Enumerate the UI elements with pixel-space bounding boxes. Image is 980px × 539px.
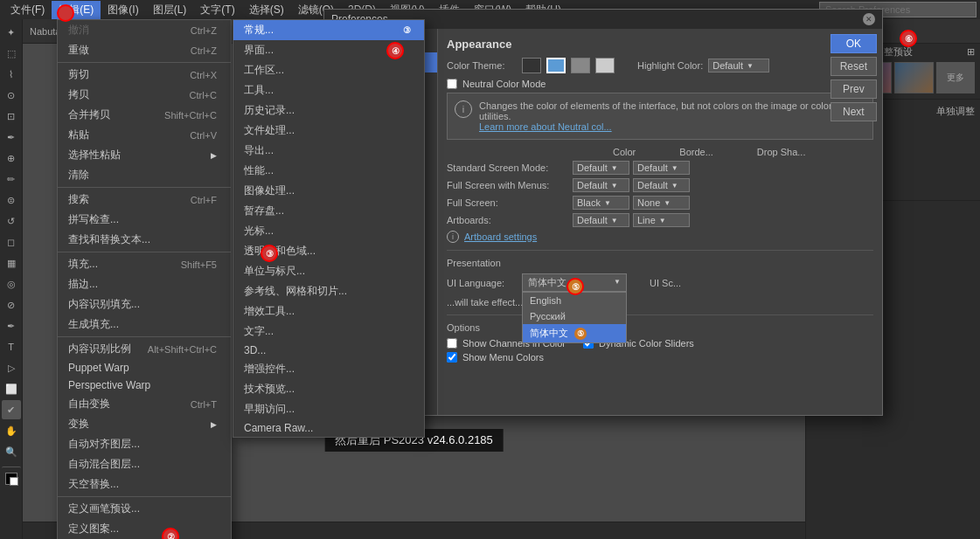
adj-grid-icon[interactable]: ⊞ <box>967 46 975 58</box>
menu-transform[interactable]: 变换 <box>58 414 231 434</box>
artboards-overlay[interactable]: Line <box>633 213 690 227</box>
prefs-image-processing[interactable]: 图像处理... <box>233 181 424 201</box>
shape-tool[interactable]: ⬜ <box>2 379 21 398</box>
menu-text[interactable]: 文字(T) <box>193 1 241 19</box>
theme-light[interactable] <box>595 58 615 73</box>
prefs-plugins[interactable]: 增效工具... <box>233 301 424 321</box>
prefs-transparency[interactable]: 透明度和色域... <box>233 241 424 261</box>
info-link[interactable]: Learn more about Neutral col... <box>479 121 865 132</box>
prefs-3d[interactable]: 3D... <box>233 342 424 359</box>
eraser-tool[interactable]: ◻ <box>2 232 21 252</box>
menu-auto-align[interactable]: 自动对齐图层... <box>58 434 231 454</box>
prefs-interface[interactable]: 界面... <box>233 40 424 60</box>
fg-color[interactable] <box>2 466 21 486</box>
menu-edit[interactable]: 编辑(E) <box>52 1 101 19</box>
menu-clear[interactable]: 清除 <box>58 165 231 185</box>
menu-find-replace[interactable]: 查找和替换文本... <box>58 230 231 250</box>
menu-layer[interactable]: 图层(L) <box>146 1 194 19</box>
prefs-file-handling[interactable]: 文件处理... <box>233 121 424 141</box>
prefs-early-access[interactable]: 早期访问... <box>233 399 424 419</box>
menu-content-aware-scale[interactable]: 内容识别比例Alt+Shift+Ctrl+C <box>58 339 231 359</box>
healing-tool[interactable]: ⊕ <box>2 149 21 168</box>
highlight-color-dropdown[interactable]: Default <box>708 59 769 73</box>
lang-option-chinese[interactable]: 简体中文 ⑤ <box>523 324 626 342</box>
fullscreen-menus-drop-shadow[interactable]: Default <box>633 178 690 192</box>
menu-file[interactable]: 文件(F) <box>3 1 52 19</box>
active-tool[interactable]: ✔ <box>2 400 21 419</box>
prefs-history[interactable]: 历史记录... <box>233 100 424 121</box>
menu-free-transform[interactable]: 自由变换Ctrl+T <box>58 394 231 414</box>
clone-tool[interactable]: ⊜ <box>2 190 21 210</box>
prefs-tools[interactable]: 工具... <box>233 80 424 100</box>
lasso-tool[interactable]: ⌇ <box>2 65 21 84</box>
theme-dark[interactable] <box>522 58 541 73</box>
ui-language-dropdown[interactable]: 简体中文 <box>522 273 627 292</box>
fullscreen-menus-dropdown[interactable]: Default <box>573 178 629 192</box>
prefs-workspace[interactable]: 工作区... <box>233 60 424 80</box>
fullscreen-overlay-dropdown[interactable]: None <box>633 196 690 210</box>
prefs-camera-raw[interactable]: Camera Raw... <box>233 419 424 437</box>
theme-gray[interactable] <box>571 58 590 73</box>
prefs-performance[interactable]: 性能... <box>233 161 424 181</box>
crop-tool[interactable]: ⊡ <box>2 107 21 126</box>
menu-cut[interactable]: 剪切Ctrl+X <box>58 65 231 85</box>
thumb-more[interactable]: 更多 <box>936 62 976 93</box>
fullscreen-dropdown[interactable]: Black <box>573 196 629 210</box>
dodge-tool[interactable]: ⊘ <box>2 295 21 314</box>
menu-generative-fill[interactable]: 生成填充... <box>58 314 231 335</box>
menu-stroke[interactable]: 描边... <box>58 274 231 294</box>
menu-sky-replace[interactable]: 天空替换... <box>58 474 231 494</box>
menu-paste-special[interactable]: 选择性粘贴 <box>58 145 231 165</box>
menu-select[interactable]: 选择(S) <box>242 1 291 19</box>
move-tool[interactable]: ✦ <box>2 23 21 42</box>
artboard-settings-link[interactable]: Artboard settings <box>464 231 537 242</box>
prefs-ok-button[interactable]: OK <box>831 34 877 53</box>
menu-auto-blend[interactable]: 自动混合图层... <box>58 454 231 474</box>
lang-option-russian[interactable]: Русский <box>523 308 626 324</box>
neutral-color-checkbox[interactable] <box>447 79 457 89</box>
pen-tool[interactable]: ✒ <box>2 316 21 335</box>
menu-search[interactable]: 搜索Ctrl+F <box>58 190 231 210</box>
select-tool[interactable]: ⬚ <box>2 44 21 63</box>
prefs-units[interactable]: 单位与标尺... <box>233 261 424 281</box>
menu-paste[interactable]: 粘贴Ctrl+V <box>58 125 231 145</box>
standard-screen-dropdown[interactable]: Default <box>573 161 629 175</box>
history-brush-tool[interactable]: ↺ <box>2 211 21 231</box>
menu-define-pattern[interactable]: 定义图案... <box>58 519 231 539</box>
prefs-tech-previews[interactable]: 技术预览... <box>233 379 424 399</box>
menu-copy-merged[interactable]: 合并拷贝Shift+Ctrl+C <box>58 105 231 125</box>
text-tool[interactable]: T <box>2 337 21 356</box>
standard-screen-drop-shadow[interactable]: Default <box>633 161 690 175</box>
prefs-general[interactable]: 常规... ③ <box>233 20 424 40</box>
blur-tool[interactable]: ◎ <box>2 274 21 294</box>
quick-select-tool[interactable]: ⊙ <box>2 86 21 105</box>
menu-define-brush[interactable]: 定义画笔预设... <box>58 499 231 519</box>
menu-image[interactable]: 图像(I) <box>101 1 145 19</box>
menu-fill[interactable]: 填充...Shift+F5 <box>58 254 231 274</box>
theme-blue[interactable] <box>546 58 566 73</box>
menu-redo[interactable]: 重做Ctrl+Z <box>58 40 231 60</box>
prefs-scratch-disks[interactable]: 暂存盘... <box>233 201 424 221</box>
show-channels-checkbox[interactable] <box>447 338 457 349</box>
zoom-tool[interactable]: 🔍 <box>2 442 21 461</box>
menu-undo[interactable]: 撤消Ctrl+Z <box>58 20 231 40</box>
prefs-reset-button[interactable]: Reset <box>831 57 877 76</box>
prefs-close-button[interactable]: ✕ <box>863 13 875 25</box>
prefs-type[interactable]: 文字... <box>233 321 424 342</box>
prefs-guides[interactable]: 参考线、网格和切片... <box>233 281 424 301</box>
menu-puppet-warp[interactable]: Puppet Warp <box>58 359 231 377</box>
prefs-next-button[interactable]: Next <box>831 102 877 121</box>
menu-copy[interactable]: 拷贝Ctrl+C <box>58 85 231 105</box>
menu-content-aware-fill[interactable]: 内容识别填充... <box>58 294 231 314</box>
prefs-cursors[interactable]: 光标... <box>233 221 424 241</box>
gradient-tool[interactable]: ▦ <box>2 253 21 273</box>
brush-tool[interactable]: ✏ <box>2 169 21 189</box>
path-select-tool[interactable]: ▷ <box>2 358 21 377</box>
show-menu-colors-checkbox[interactable] <box>447 352 457 363</box>
eyedropper-tool[interactable]: ✒ <box>2 128 21 147</box>
prefs-enhanced-controls[interactable]: 增强控件... <box>233 359 424 379</box>
menu-perspective-warp[interactable]: Perspective Warp <box>58 377 231 394</box>
artboards-dropdown[interactable]: Default <box>573 213 629 227</box>
prefs-prev-button[interactable]: Prev <box>831 79 877 99</box>
hand-tool[interactable]: ✋ <box>2 421 21 440</box>
